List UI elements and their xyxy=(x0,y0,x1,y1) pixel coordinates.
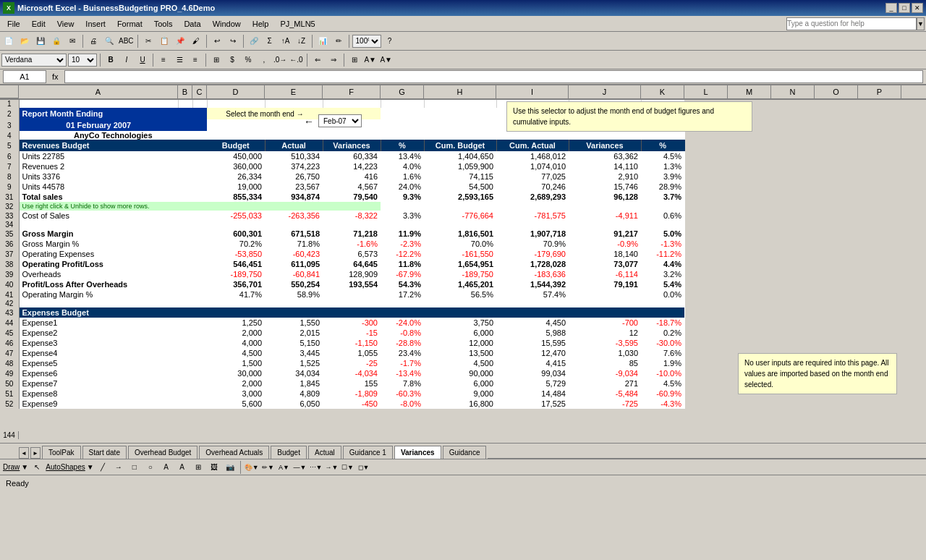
cell-j45[interactable]: 12 xyxy=(569,328,641,338)
cell-j37[interactable]: 18,140 xyxy=(569,249,641,259)
menu-pj[interactable]: PJ_MLN5 xyxy=(274,18,320,30)
cell-k7[interactable]: 1.3% xyxy=(641,161,684,171)
cell-h9[interactable]: 54,500 xyxy=(424,182,496,192)
cell-d35[interactable]: 600,301 xyxy=(207,229,265,239)
menu-format[interactable]: Format xyxy=(111,18,148,30)
cell-g47[interactable]: 23.4% xyxy=(381,348,424,358)
cell-f52[interactable]: -450 xyxy=(323,399,381,409)
cell-g8[interactable]: 1.6% xyxy=(381,171,424,182)
comma[interactable]: , xyxy=(257,53,271,67)
cell-k37[interactable]: -11.2% xyxy=(641,249,684,259)
cell-k8[interactable]: 3.9% xyxy=(641,171,684,182)
cell-d48[interactable]: 1,500 xyxy=(207,358,265,368)
cell-g39[interactable]: -67.9% xyxy=(381,269,424,279)
cell-a44[interactable]: Expense1 xyxy=(19,318,178,328)
cell-g37[interactable]: -12.2% xyxy=(381,249,424,259)
cell-h37[interactable]: -161,550 xyxy=(424,249,496,259)
cell-j51[interactable]: -5,484 xyxy=(569,389,641,399)
col-header-j[interactable]: J xyxy=(569,85,641,98)
col-header-m[interactable]: M xyxy=(728,85,771,98)
cell-g7[interactable]: 4.0% xyxy=(381,161,424,171)
arrow-style[interactable]: →▼ xyxy=(325,460,339,475)
cell-g38[interactable]: 11.8% xyxy=(381,259,424,269)
cell-e52[interactable]: 6,050 xyxy=(265,399,323,409)
align-center[interactable]: ☰ xyxy=(172,53,187,67)
permission-button[interactable]: 🔒 xyxy=(49,34,64,48)
menu-data[interactable]: Data xyxy=(178,18,206,30)
cell-h46[interactable]: 12,000 xyxy=(424,338,496,348)
col-header-i[interactable]: I xyxy=(496,85,569,98)
cell-f7[interactable]: 14,223 xyxy=(323,161,381,171)
cell-g52[interactable]: -8.0% xyxy=(381,399,424,409)
cell-j7[interactable]: 14,110 xyxy=(569,161,641,171)
font-size-select[interactable]: 10 8 12 14 xyxy=(68,54,97,67)
cell-e1[interactable] xyxy=(265,100,323,108)
cell-a52[interactable]: Expense9 xyxy=(19,399,178,409)
col-header-l[interactable]: L xyxy=(684,85,728,98)
col-header-h[interactable]: H xyxy=(424,85,496,98)
cell-a41[interactable]: Operating Margin % xyxy=(19,289,178,300)
cell-a48[interactable]: Expense5 xyxy=(19,358,178,368)
cell-a51[interactable]: Expense8 xyxy=(19,389,178,399)
cell-a45[interactable]: Expense2 xyxy=(19,328,178,338)
cell-j50[interactable]: 271 xyxy=(569,378,641,389)
cell-i37[interactable]: -179,690 xyxy=(496,249,569,259)
cell-c1[interactable] xyxy=(192,100,207,108)
cell-a40[interactable]: Profit/Loss After Overheads xyxy=(19,279,178,289)
line-style[interactable]: —▼ xyxy=(293,460,307,475)
tab-guidance[interactable]: Guidance xyxy=(443,446,487,459)
italic-button[interactable]: I xyxy=(119,53,134,67)
dash-style[interactable]: ⋯▼ xyxy=(309,460,323,475)
cell-h35[interactable]: 1,816,501 xyxy=(424,229,496,239)
cell-a36[interactable]: Gross Margin % xyxy=(19,239,178,249)
restore-button[interactable]: □ xyxy=(899,3,910,13)
cell-g49[interactable]: -13.4% xyxy=(381,368,424,378)
bold-button[interactable]: B xyxy=(103,53,118,67)
cell-e45[interactable]: 2,015 xyxy=(265,328,323,338)
cell-j41[interactable] xyxy=(569,289,641,300)
cell-f40[interactable]: 193,554 xyxy=(323,279,381,289)
cell-name-input[interactable] xyxy=(3,70,46,83)
cell-g46[interactable]: -28.8% xyxy=(381,338,424,348)
help-question[interactable]: ? xyxy=(383,34,397,48)
underline-button[interactable]: U xyxy=(135,53,150,67)
cell-g36[interactable]: -2.3% xyxy=(381,239,424,249)
cell-j48[interactable]: 85 xyxy=(569,358,641,368)
cell-g1[interactable] xyxy=(381,100,424,108)
cell-i51[interactable]: 14,484 xyxy=(496,389,569,399)
cell-i7[interactable]: 1,074,010 xyxy=(496,161,569,171)
fill-color-draw[interactable]: 🎨▼ xyxy=(244,460,260,475)
col-header-o[interactable]: O xyxy=(815,85,858,98)
cell-e44[interactable]: 1,550 xyxy=(265,318,323,328)
cell-j40[interactable]: 79,191 xyxy=(569,279,641,289)
tab-overhead-budget[interactable]: Overhead Budget xyxy=(128,446,197,459)
cell-e39[interactable]: -60,841 xyxy=(265,269,323,279)
cell-e48[interactable]: 1,525 xyxy=(265,358,323,368)
cell-h39[interactable]: -189,750 xyxy=(424,269,496,279)
cell-j36[interactable]: -0.9% xyxy=(569,239,641,249)
cell-h40[interactable]: 1,465,201 xyxy=(424,279,496,289)
cell-h45[interactable]: 6,000 xyxy=(424,328,496,338)
cell-i41[interactable]: 57.4% xyxy=(496,289,569,300)
cell-d8[interactable]: 26,334 xyxy=(207,171,265,182)
cell-a49[interactable]: Expense6 xyxy=(19,368,178,378)
cell-f41[interactable] xyxy=(323,289,381,300)
insert-link[interactable]: 🔗 xyxy=(247,34,261,48)
cell-g44[interactable]: -24.0% xyxy=(381,318,424,328)
decrease-indent[interactable]: ⇐ xyxy=(310,53,325,67)
preview-button[interactable]: 🔍 xyxy=(102,34,116,48)
cell-h50[interactable]: 6,000 xyxy=(424,378,496,389)
cell-k52[interactable]: -4.3% xyxy=(641,399,684,409)
cell-d33[interactable]: -255,033 xyxy=(207,211,265,221)
cell-d38[interactable]: 546,451 xyxy=(207,259,265,269)
cell-j8[interactable]: 2,910 xyxy=(569,171,641,182)
cell-j33[interactable]: -4,911 xyxy=(569,211,641,221)
cell-g45[interactable]: -0.8% xyxy=(381,328,424,338)
cell-a2[interactable]: Report Month Ending xyxy=(19,108,178,119)
align-left[interactable]: ≡ xyxy=(156,53,171,67)
cell-i39[interactable]: -183,636 xyxy=(496,269,569,279)
cell-i40[interactable]: 1,544,392 xyxy=(496,279,569,289)
cell-i6[interactable]: 1,468,012 xyxy=(496,151,569,161)
tab-scroll-left[interactable]: ◄ xyxy=(19,447,29,459)
spellcheck-button[interactable]: ABC xyxy=(118,34,135,48)
